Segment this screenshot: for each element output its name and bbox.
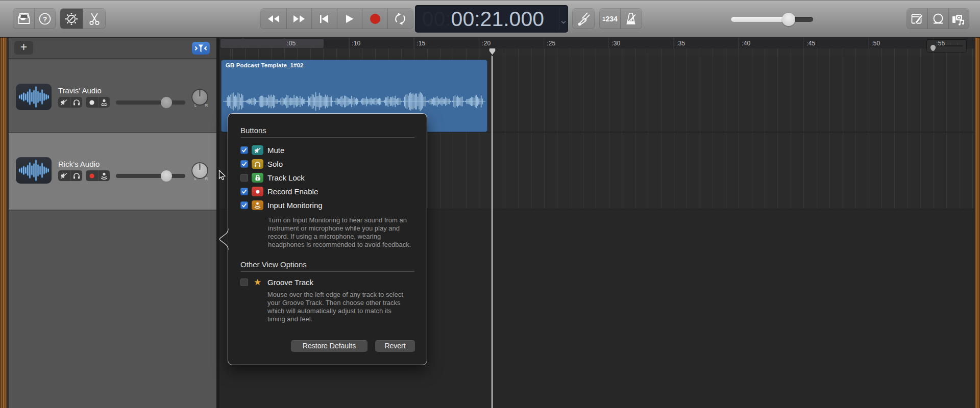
svg-text:?: ?: [43, 15, 47, 23]
